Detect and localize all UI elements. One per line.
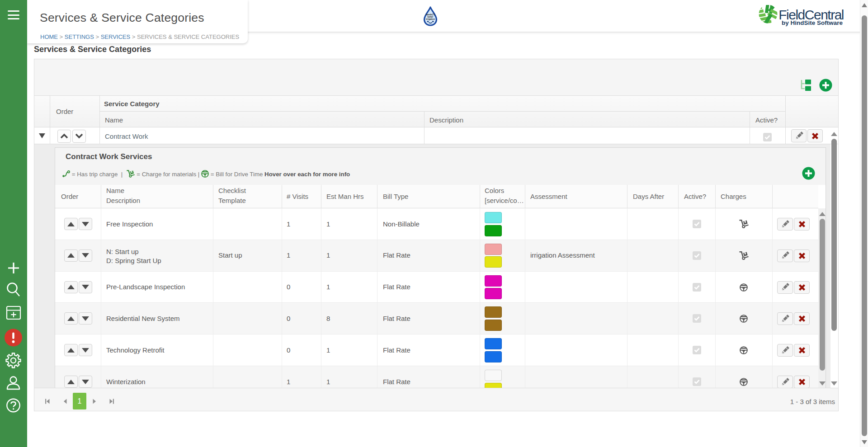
svg-text:irrigation: irrigation (426, 18, 435, 20)
